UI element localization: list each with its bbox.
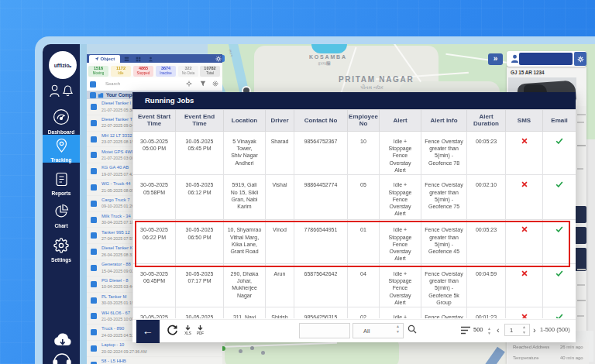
svg-text:PDF: PDF	[197, 331, 204, 335]
svg-text:XLS: XLS	[184, 331, 191, 335]
